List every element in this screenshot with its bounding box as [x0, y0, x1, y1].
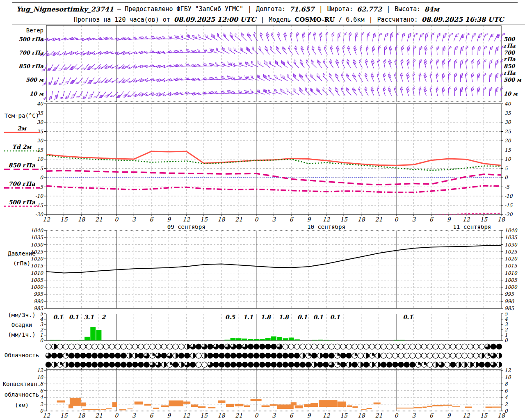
- convective-tick-label-right: 12: [504, 368, 511, 373]
- hour-label-mid: 12: [323, 216, 331, 223]
- cloud-cover-symbol: [306, 362, 311, 367]
- cloud-cover-symbol: [75, 344, 80, 349]
- wind-barb-glyph: [306, 46, 312, 55]
- wind-barb: [364, 73, 370, 82]
- wind-barb-glyph: [330, 46, 336, 55]
- precip-tick-label-right: 2: [504, 327, 508, 333]
- wind-barb: [355, 32, 358, 41]
- wind-barb-glyph: [69, 63, 77, 71]
- cloud-cover-symbol: [196, 353, 201, 358]
- wind-barb: [394, 59, 399, 68]
- cloud-cover-symbol: [398, 362, 404, 367]
- wind-barb: [489, 73, 492, 82]
- provider-text: Предоставлено ФГБУ "ЗапСиб УГМС": [125, 5, 243, 13]
- wind-barb: [54, 91, 58, 100]
- cloud-cover-symbol: [92, 353, 97, 358]
- header-dash: —: [117, 5, 121, 13]
- cloud-cover-symbol: [103, 362, 109, 367]
- cloud-cover-symbol: [381, 362, 386, 367]
- cloud-cover-fill: [66, 362, 68, 367]
- wind-barb: [436, 87, 440, 96]
- cloud-cover-symbol: [115, 362, 121, 367]
- cloud-cover-symbol: [69, 353, 74, 358]
- wind-barb: [406, 59, 411, 68]
- wind-barb: [367, 32, 370, 41]
- wind-barb-glyph: [365, 59, 370, 68]
- cloud-cover-fill: [320, 353, 323, 358]
- wind-barb: [460, 59, 463, 68]
- cloud-cover-fill: [187, 344, 190, 349]
- wind-barb: [402, 32, 406, 42]
- precip-title: Осадки: [0, 322, 43, 328]
- cloud-cover-symbol: [410, 353, 415, 358]
- wind-barb: [150, 76, 160, 82]
- cloud-cover-symbol: [185, 353, 190, 358]
- wind-barb: [344, 32, 347, 41]
- temp-tick-label-left: 30: [37, 119, 44, 125]
- cloud-cover-fill: [355, 353, 358, 356]
- wind-barb: [389, 46, 393, 55]
- cloud-cover-symbol: [132, 362, 138, 367]
- cloud-cover-symbol: [63, 344, 68, 349]
- wind-barb: [425, 32, 429, 41]
- wind-barb-glyph: [472, 59, 475, 68]
- pressure-tick-label-left: 1010: [30, 270, 43, 276]
- wind-barb: [263, 60, 272, 67]
- cloud-cover-symbol: [121, 353, 126, 358]
- hour-label-mid: 3: [412, 216, 416, 223]
- wind-barb: [277, 32, 283, 41]
- wind-barb: [484, 46, 487, 55]
- wind-barb-glyph: [275, 46, 283, 54]
- pressure-axis-units: (гПа): [0, 260, 43, 267]
- precip-3h-sum-label: 0.1: [69, 314, 79, 320]
- wind-barb: [98, 76, 107, 84]
- wind-barb-glyph: [400, 59, 405, 68]
- cloud-cover-symbol: [248, 362, 253, 367]
- cloud-cover-symbol: [340, 353, 346, 358]
- wind-barb: [437, 46, 440, 55]
- wind-barb: [361, 32, 364, 41]
- wind-barb-glyph: [98, 63, 107, 70]
- wind-barb-glyph: [442, 87, 445, 96]
- precip-bar: [289, 338, 294, 340]
- wind-barb: [406, 73, 411, 82]
- cloud-cover-fill: [482, 353, 485, 358]
- cloud-cover-symbol: [173, 344, 178, 349]
- wind-barb: [423, 87, 429, 96]
- pressure-tick-label-right: 1030: [504, 242, 518, 248]
- cloud-cover-symbol: [219, 353, 224, 358]
- cloud-cover-symbol: [144, 362, 149, 367]
- wind-barb-glyph: [484, 73, 486, 82]
- cloud-cover-symbol: [294, 353, 299, 358]
- wind-barb: [413, 59, 416, 68]
- wind-barb-glyph: [104, 90, 112, 99]
- legend-td-2m: Td 2м: [0, 144, 43, 150]
- wind-barb: [466, 32, 470, 42]
- hour-label-mid: 12: [183, 216, 190, 223]
- hour-label-mid: 15: [200, 216, 208, 223]
- wind-barb-glyph: [471, 73, 475, 82]
- convective-cloud-bar: [191, 404, 198, 407]
- cloud-cover-symbol: [109, 362, 114, 367]
- precip-bar: [394, 340, 399, 340]
- wind-barb: [110, 76, 118, 84]
- wind-barb-glyph: [133, 76, 142, 83]
- cloud-cover-fill: [499, 353, 502, 358]
- wind-barb-glyph: [371, 59, 376, 68]
- hour-label-bottom: 15: [200, 412, 208, 419]
- hour-label-bottom: 6: [429, 412, 434, 419]
- wind-barb-glyph: [290, 32, 294, 41]
- convective-cloud-bar: [183, 402, 190, 404]
- wind-barb-glyph: [387, 73, 394, 82]
- convective-cloud-bar: [128, 409, 133, 409]
- hour-label-mid: 9: [307, 216, 311, 223]
- convective-cloud-bar: [432, 405, 443, 406]
- temp-tick-label-left: 10: [37, 156, 44, 162]
- wind-barb: [87, 63, 95, 71]
- wind-barb-glyph: [344, 32, 347, 41]
- wind-barb-glyph: [338, 32, 340, 41]
- cloud-cover-symbol: [473, 344, 479, 349]
- wind-barb-glyph: [383, 59, 387, 68]
- wind-barb: [322, 73, 330, 81]
- wind-barb-glyph: [300, 46, 306, 55]
